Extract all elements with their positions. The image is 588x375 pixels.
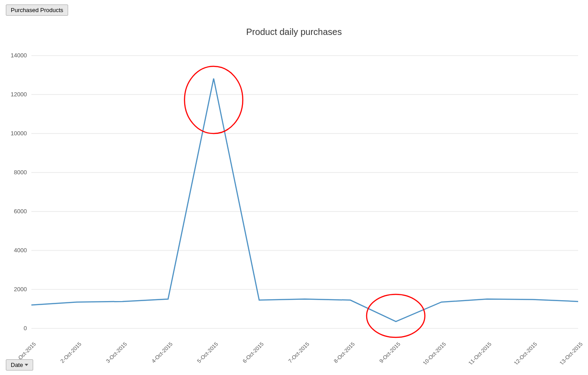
svg-text:4000: 4000 <box>14 247 27 254</box>
svg-text:10-Oct-2015: 10-Oct-2015 <box>422 341 447 364</box>
purchased-products-button[interactable]: Purchased Products <box>6 4 68 16</box>
date-filter-button[interactable]: Date <box>6 359 33 371</box>
svg-text:14000: 14000 <box>11 52 27 59</box>
chart-title: Product daily purchases <box>0 22 588 42</box>
svg-text:7-Oct-2015: 7-Oct-2015 <box>287 341 311 364</box>
svg-text:6000: 6000 <box>14 208 27 215</box>
svg-text:12000: 12000 <box>11 91 27 98</box>
dip-annotation-circle <box>367 294 425 337</box>
svg-text:8-Oct-2015: 8-Oct-2015 <box>333 341 356 364</box>
svg-text:13-Oct-2015: 13-Oct-2015 <box>558 341 584 364</box>
date-button-label: Date <box>11 362 23 368</box>
svg-text:0: 0 <box>24 325 27 332</box>
svg-text:9-Oct-2015: 9-Oct-2015 <box>378 341 402 364</box>
svg-text:10000: 10000 <box>11 130 27 137</box>
chevron-down-icon <box>25 364 28 366</box>
peak-annotation-circle <box>185 66 243 134</box>
svg-text:8000: 8000 <box>14 169 27 176</box>
svg-text:3-Oct-2015: 3-Oct-2015 <box>105 341 129 364</box>
svg-text:11-Oct-2015: 11-Oct-2015 <box>467 341 493 364</box>
svg-text:12-Oct-2015: 12-Oct-2015 <box>513 341 538 364</box>
svg-text:6-Oct-2015: 6-Oct-2015 <box>242 341 265 364</box>
svg-text:2-Oct-2015: 2-Oct-2015 <box>59 341 83 364</box>
svg-text:5-Oct-2015: 5-Oct-2015 <box>196 341 220 364</box>
line-chart: 0 2000 4000 6000 8000 10000 12000 14000 … <box>0 42 588 364</box>
chart-container: Product daily purchases 0 2000 4000 6000… <box>0 22 588 353</box>
svg-text:2000: 2000 <box>14 286 27 293</box>
data-line <box>31 78 578 321</box>
svg-text:4-Oct-2015: 4-Oct-2015 <box>150 341 174 364</box>
